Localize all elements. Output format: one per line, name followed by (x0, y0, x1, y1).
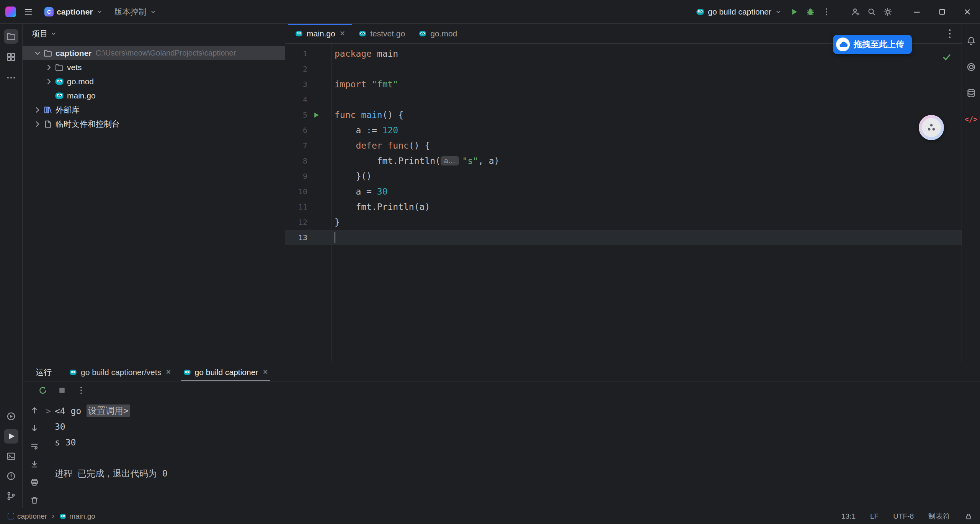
fold-arrow-icon[interactable]: > (46, 406, 51, 416)
left-tool-strip (0, 24, 23, 508)
run-tab-go-build-captioner[interactable]: go build captioner× (177, 363, 274, 381)
tree-item-vets[interactable]: vets (23, 60, 285, 74)
status-item[interactable]: 13:1 (841, 512, 856, 521)
line-number: 12 (285, 218, 307, 227)
breadcrumb-file[interactable]: main.go (69, 512, 95, 521)
code-line-8[interactable]: 8 fmt.Println(a…"s", a) (285, 153, 962, 169)
breadcrumb-project[interactable]: captioner (17, 512, 47, 521)
tool-problems-button[interactable] (4, 469, 18, 483)
go-icon (69, 368, 77, 376)
tree-item-main.go[interactable]: main.go (23, 88, 285, 103)
scroll-end-button[interactable] (29, 458, 40, 470)
debug-button[interactable] (802, 4, 818, 20)
lock-icon[interactable] (965, 513, 972, 520)
tool-run-button[interactable] (4, 429, 18, 444)
run-gutter-icon[interactable] (313, 111, 320, 119)
code-line-4[interactable]: 4 (285, 92, 962, 107)
tree-item-captioner[interactable]: captionerC:\Users\meow\GolandProjects\ca… (23, 46, 285, 60)
run-button[interactable] (786, 4, 802, 20)
chevron-right-icon (50, 513, 56, 519)
code-line-9[interactable]: 9 }() (285, 169, 962, 184)
project-selector[interactable]: C captioner (41, 3, 107, 20)
tool-run-outline-button[interactable] (4, 409, 18, 424)
window-minimize-button[interactable] (904, 0, 929, 24)
print-button[interactable] (29, 477, 40, 488)
chevron-right-icon[interactable] (44, 62, 54, 72)
tool-structure-button[interactable] (4, 50, 18, 64)
tool-endpoints-button[interactable]: </> (964, 112, 978, 126)
rerun-button[interactable] (37, 385, 49, 396)
status-item[interactable]: 制表符 (928, 511, 950, 521)
more-actions-icon[interactable] (818, 4, 835, 20)
chevron-right-icon[interactable] (44, 77, 54, 87)
vcs-widget[interactable]: 版本控制 (111, 3, 160, 20)
close-icon[interactable]: × (166, 368, 171, 377)
project-widget-icon[interactable] (8, 513, 14, 519)
editor-tab-go.mod[interactable]: go.mod (412, 24, 464, 43)
tree-item-外部库[interactable]: 外部库 (23, 103, 285, 117)
chevron-right-icon[interactable] (33, 119, 42, 129)
code-line-3[interactable]: 3import "fmt" (285, 77, 962, 92)
stop-button[interactable] (56, 385, 68, 396)
netdisk-upload-overlay[interactable]: 拖拽至此上传 (833, 35, 912, 54)
clear-button[interactable] (29, 495, 40, 506)
code-line-5[interactable]: 5func main() { (285, 107, 962, 123)
code-line-11[interactable]: 11 fmt.Println(a) (285, 199, 962, 215)
line-number: 11 (285, 202, 307, 211)
tool-terminal-button[interactable] (4, 449, 18, 463)
tool-database-button[interactable] (964, 86, 978, 100)
run-tab-go-build-captioner/vets[interactable]: go build captioner/vets× (63, 363, 177, 381)
main-menu-icon[interactable] (20, 3, 37, 20)
up-button[interactable] (29, 404, 40, 416)
floating-assistant-ball[interactable] (919, 115, 944, 140)
code-line-12[interactable]: 12} (285, 215, 962, 230)
folded-text[interactable]: 设置调用> (87, 404, 130, 417)
tool-notifications-button[interactable] (964, 34, 978, 48)
editor-options-icon[interactable] (944, 28, 956, 39)
run-tabbar: 运行 go build captioner/vets×go build capt… (23, 363, 980, 382)
kebab-button[interactable] (75, 385, 87, 396)
status-item[interactable]: LF (870, 512, 879, 521)
titlebar: C captioner 版本控制 go build captioner (0, 0, 980, 24)
code-line-6[interactable]: 6 a := 120 (285, 123, 962, 138)
close-icon[interactable]: × (263, 368, 268, 377)
tool-ai-assistant-button[interactable] (964, 60, 978, 74)
run-configuration-selector[interactable]: go build captioner (691, 3, 786, 20)
editor-area: main.go×testvet.gogo.mod 1package main23… (285, 24, 962, 363)
add-user-icon[interactable] (848, 4, 864, 20)
statusbar: captionermain.go 13:1LFUTF-8制表符 (0, 508, 980, 524)
code-line-2[interactable]: 2 (285, 61, 962, 77)
status-item[interactable]: UTF-8 (893, 512, 914, 521)
window-maximize-button[interactable] (929, 0, 955, 24)
tool-git-button[interactable] (4, 489, 18, 503)
code-line-13[interactable]: 13 (285, 230, 962, 245)
inlay-hint[interactable]: a… (441, 156, 459, 165)
soft-wrap-button[interactable] (29, 440, 40, 452)
close-icon[interactable]: × (340, 29, 345, 38)
chevron-right-icon[interactable] (33, 105, 42, 115)
settings-gear-icon[interactable] (880, 4, 896, 20)
chevron-down-icon (50, 30, 57, 37)
console: ><4 go 设置调用>30s 30进程 已完成，退出代码为 0 (23, 399, 980, 508)
run-configuration-label: go build captioner (708, 7, 771, 16)
code-line-10[interactable]: 10 a = 30 (285, 184, 962, 199)
search-icon[interactable] (864, 4, 880, 20)
chevron-down-icon[interactable] (33, 48, 42, 58)
tree-item-临时文件和控制台[interactable]: 临时文件和控制台 (23, 117, 285, 131)
project-panel-header[interactable]: 项目 (23, 24, 285, 44)
goland-logo-icon[interactable] (5, 7, 16, 17)
tool-folder-button[interactable] (4, 29, 18, 44)
tree-item-go.mod[interactable]: go.mod (23, 74, 285, 88)
line-number: 10 (285, 187, 307, 196)
editor-tab-testvet.go[interactable]: testvet.go (352, 24, 412, 43)
window-close-button[interactable] (955, 0, 980, 24)
editor-tab-main.go[interactable]: main.go× (288, 24, 352, 43)
down-button[interactable] (29, 422, 40, 434)
code-line-7[interactable]: 7 defer func() { (285, 138, 962, 153)
inspections-ok-icon[interactable] (942, 52, 952, 62)
project-panel-title: 项目 (32, 28, 48, 39)
up-icon (30, 406, 39, 415)
project-tree: captionerC:\Users\meow\GolandProjects\ca… (23, 44, 285, 131)
tool-more-button[interactable] (4, 70, 18, 85)
code-editor[interactable]: 1package main23import "fmt"45func main()… (285, 44, 962, 363)
